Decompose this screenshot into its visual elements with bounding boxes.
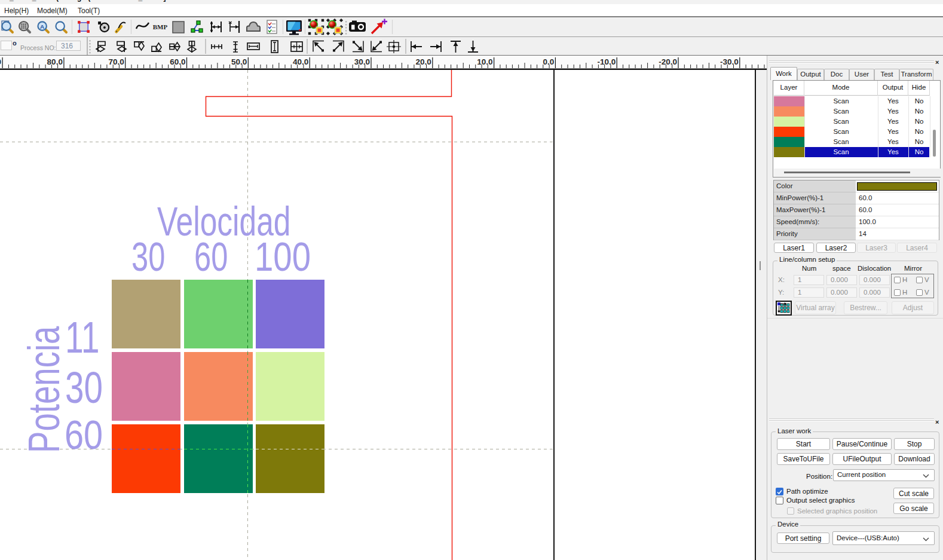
svg-text:-30.0: -30.0 [720,57,739,66]
svg-text:70.0: 70.0 [108,57,124,66]
svg-text:50.0: 50.0 [231,57,247,66]
svg-text:40.0: 40.0 [293,57,308,66]
svg-text:10.0: 10.0 [477,57,492,66]
svg-text:80.0: 80.0 [47,57,63,66]
svg-text:60.0: 60.0 [170,57,185,66]
svg-text:-20.0: -20.0 [659,57,677,66]
svg-text:BMP: BMP [153,23,168,30]
svg-text:90.0: 90.0 [0,57,1,66]
svg-text:0.0: 0.0 [543,57,555,66]
svg-text:A: A [40,23,44,30]
svg-text:30.0: 30.0 [354,57,370,66]
svg-text:20.0: 20.0 [416,57,431,66]
svg-text:-10.0: -10.0 [597,57,616,66]
